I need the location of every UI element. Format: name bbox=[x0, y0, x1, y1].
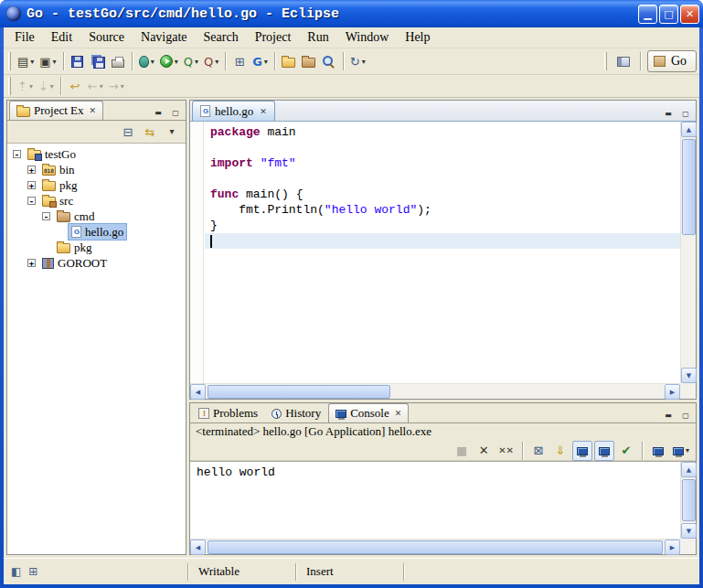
new-wizard-button[interactable]: ▤▾ bbox=[15, 51, 37, 71]
tree-item-src-pkg[interactable]: pkg bbox=[7, 240, 186, 255]
tab-console[interactable]: Console ✕ bbox=[328, 403, 409, 422]
close-icon[interactable]: ✕ bbox=[88, 106, 97, 115]
menu-window[interactable]: Window bbox=[337, 28, 398, 47]
previous-annotation-button: ⇡▾ bbox=[15, 76, 36, 96]
minimize-view-button[interactable]: ▬ bbox=[151, 106, 165, 120]
fast-view-icon[interactable]: ◧ bbox=[11, 565, 21, 578]
scroll-right-icon[interactable]: ▶ bbox=[665, 384, 680, 400]
show-stderr-button[interactable] bbox=[594, 441, 614, 461]
scrollbar-thumb[interactable] bbox=[682, 139, 696, 235]
console-toolbar: ■ ✕ ✕✕ ⊠ ⇓ ✔ ▾ bbox=[190, 441, 696, 461]
expander-icon[interactable]: + bbox=[27, 166, 36, 174]
scroll-down-icon[interactable]: ▼ bbox=[681, 523, 697, 539]
scroll-right-icon[interactable]: ▶ bbox=[665, 540, 680, 555]
forward-button: →▾ bbox=[106, 76, 127, 96]
menu-search[interactable]: Search bbox=[196, 28, 247, 47]
tree-item-pkg[interactable]: + pkg bbox=[7, 177, 186, 193]
annotation-ruler[interactable] bbox=[190, 122, 204, 383]
tree-item-bin[interactable]: + bin bbox=[7, 162, 186, 177]
clear-console-button[interactable]: ⊠ bbox=[528, 441, 549, 461]
scrollbar-thumb[interactable] bbox=[208, 385, 390, 399]
menu-edit[interactable]: Edit bbox=[43, 28, 80, 47]
go-perspective-button[interactable]: Go bbox=[647, 50, 697, 72]
save-all-button[interactable] bbox=[88, 51, 108, 71]
menu-source[interactable]: Source bbox=[80, 28, 133, 47]
scroll-up-icon[interactable]: ▲ bbox=[681, 122, 697, 137]
expander-icon[interactable]: - bbox=[27, 197, 36, 205]
menu-project[interactable]: Project bbox=[247, 28, 300, 47]
new-element-button[interactable]: ▣▾ bbox=[37, 51, 59, 71]
new-go-package-button[interactable]: ⊞ bbox=[229, 51, 250, 71]
tab-project-explorer[interactable]: Project Ex ✕ bbox=[9, 101, 103, 120]
toolbar-drag-handle[interactable] bbox=[8, 52, 11, 70]
console-output[interactable]: hello world ▲ ▼ ◀ ▶ bbox=[190, 461, 696, 554]
pin-console-button[interactable]: ✔ bbox=[616, 441, 636, 461]
open-folder-button[interactable] bbox=[279, 51, 299, 71]
code-area[interactable]: package main import "fmt" func main() { … bbox=[205, 122, 680, 383]
tree-item-cmd[interactable]: - cmd bbox=[7, 208, 186, 224]
tab-problems[interactable]: Problems bbox=[192, 403, 264, 422]
menu-navigate[interactable]: Navigate bbox=[133, 28, 196, 47]
close-button[interactable]: ✕ bbox=[680, 5, 699, 24]
print-button[interactable] bbox=[108, 51, 128, 71]
titlebar[interactable]: Go - testGo/src/cmd/hello.go - Eclipse ▁… bbox=[0, 0, 703, 27]
maximize-view-button[interactable]: ▢ bbox=[168, 106, 183, 120]
save-button[interactable] bbox=[68, 51, 88, 71]
last-edit-location-button[interactable]: ↩ bbox=[65, 76, 85, 96]
menu-help[interactable]: Help bbox=[397, 28, 438, 47]
expander-icon[interactable]: + bbox=[27, 259, 36, 267]
open-perspective-button[interactable] bbox=[613, 51, 634, 71]
tree-item-testgo[interactable]: - testGo bbox=[7, 146, 186, 162]
menu-file[interactable]: File bbox=[6, 28, 43, 47]
console-horizontal-scrollbar[interactable]: ◀ ▶ bbox=[190, 539, 680, 554]
link-with-editor-button[interactable]: ⇆ bbox=[140, 122, 160, 142]
open-console-button[interactable]: ▾ bbox=[670, 441, 692, 461]
collapse-all-button[interactable]: ⊟ bbox=[118, 122, 138, 142]
maximize-view-button[interactable]: ▢ bbox=[678, 409, 693, 422]
perspective-bar: Go bbox=[602, 50, 697, 72]
expander-icon[interactable]: + bbox=[27, 181, 36, 189]
scroll-left-icon[interactable]: ◀ bbox=[190, 384, 206, 400]
statusbar-separator bbox=[187, 563, 189, 581]
scroll-down-icon[interactable]: ▼ bbox=[681, 368, 697, 383]
close-icon[interactable]: ✕ bbox=[258, 107, 267, 116]
debug-button[interactable]: ▾ bbox=[136, 51, 157, 71]
tree-item-src[interactable]: - src bbox=[7, 193, 186, 208]
scroll-up-icon[interactable]: ▲ bbox=[681, 462, 697, 477]
menu-run[interactable]: Run bbox=[299, 28, 336, 47]
scroll-left-icon[interactable]: ◀ bbox=[190, 540, 206, 555]
minimize-view-button[interactable]: ▬ bbox=[661, 409, 676, 422]
remove-launch-button[interactable]: ✕ bbox=[474, 441, 494, 461]
show-stdout-button[interactable] bbox=[572, 441, 592, 461]
external-tools-button[interactable]: Q▾ bbox=[201, 51, 221, 71]
scrollbar-thumb[interactable] bbox=[682, 479, 696, 521]
editor-vertical-scrollbar[interactable]: ▲ ▼ bbox=[680, 122, 696, 383]
minimize-button[interactable]: ▁ bbox=[638, 5, 657, 24]
view-menu-button[interactable]: ▾ bbox=[162, 122, 182, 142]
close-icon[interactable]: ✕ bbox=[393, 409, 402, 418]
run-button[interactable]: ▾ bbox=[157, 51, 181, 71]
minimize-editor-button[interactable]: ▬ bbox=[661, 107, 676, 121]
display-console-button[interactable] bbox=[648, 441, 668, 461]
tab-history[interactable]: History bbox=[265, 403, 327, 422]
run-history-button[interactable]: Q▾ bbox=[181, 51, 201, 71]
synchronize-button[interactable]: ↻▾ bbox=[347, 51, 368, 71]
remove-all-terminated-button[interactable]: ✕✕ bbox=[495, 441, 517, 461]
maximize-editor-button[interactable]: ▢ bbox=[678, 107, 693, 121]
scrollbar-thumb[interactable] bbox=[208, 540, 663, 554]
tab-hello-go[interactable]: hello.go ✕ bbox=[192, 101, 275, 121]
expander-icon[interactable]: - bbox=[13, 150, 21, 158]
toolbar-drag-handle[interactable] bbox=[8, 77, 11, 95]
console-vertical-scrollbar[interactable]: ▲ ▼ bbox=[680, 462, 696, 539]
tree-item-hello-go[interactable]: hello.go bbox=[7, 224, 186, 240]
folder-button[interactable] bbox=[299, 51, 319, 71]
scroll-lock-button[interactable]: ⇓ bbox=[550, 441, 570, 461]
toolbar-drag-handle[interactable] bbox=[604, 52, 607, 70]
editor-horizontal-scrollbar[interactable]: ◀ ▶ bbox=[190, 383, 680, 399]
tree-item-goroot[interactable]: + GOROOT bbox=[7, 255, 186, 271]
search-button[interactable] bbox=[319, 51, 339, 71]
new-go-element-button[interactable]: G▾ bbox=[250, 51, 271, 71]
expander-icon[interactable]: - bbox=[42, 212, 50, 220]
maximize-button[interactable]: □ bbox=[659, 5, 678, 24]
minimized-view-icon[interactable]: ⊞ bbox=[28, 565, 37, 578]
